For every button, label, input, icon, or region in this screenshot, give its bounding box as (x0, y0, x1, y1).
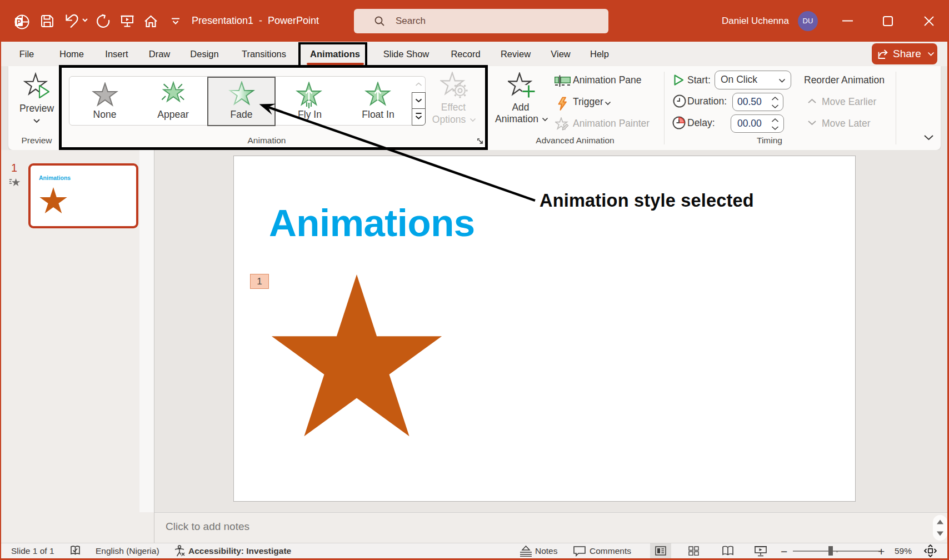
svg-text:P: P (17, 18, 21, 26)
